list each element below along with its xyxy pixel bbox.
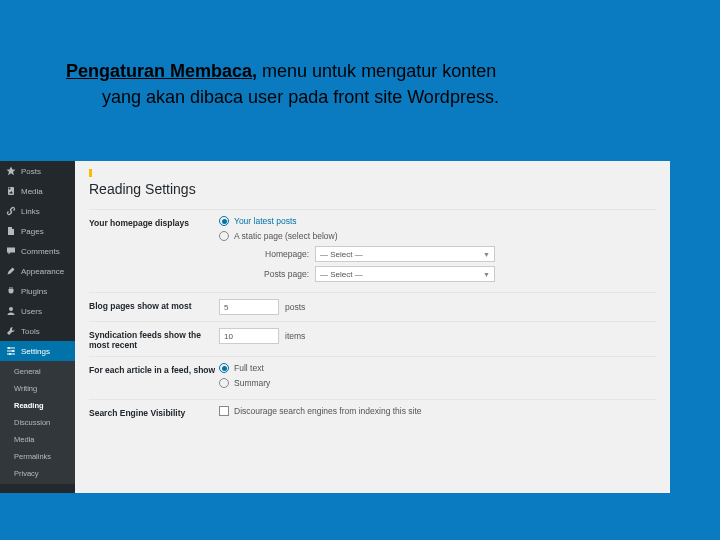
sidebar-item-plugins[interactable]: Plugins [0,281,75,301]
homepage-select-value: — Select — [320,250,363,259]
checkbox-discourage-search[interactable]: Discourage search engines from indexing … [219,406,656,416]
user-icon [6,306,16,316]
label-search-visibility: Search Engine Visibility [89,406,219,418]
svg-point-4 [12,350,14,352]
radio-icon [219,378,229,388]
posts-page-select[interactable]: — Select — ▼ [315,266,495,282]
sidebar-item-label: Links [21,207,69,216]
slide-title: Pengaturan Membaca, menu untuk mengatur … [66,58,656,110]
media-icon [6,186,16,196]
page-icon [6,226,16,236]
pin-icon [6,166,16,176]
chevron-down-icon: ▼ [483,271,490,278]
tool-icon [6,326,16,336]
blog-pages-unit: posts [285,302,305,312]
admin-sidebar: PostsMediaLinksPagesCommentsAppearancePl… [0,161,75,493]
sidebar-item-posts[interactable]: Posts [0,161,75,181]
row-syndication: Syndication feeds show the most recent 1… [89,321,656,356]
svg-point-3 [8,347,10,349]
page-title: Reading Settings [89,181,656,197]
submenu-item-general[interactable]: General [0,363,75,380]
homepage-select[interactable]: — Select — ▼ [315,246,495,262]
radio-label-summary: Summary [234,378,270,388]
posts-page-select-value: — Select — [320,270,363,279]
sidebar-item-media[interactable]: Media [0,181,75,201]
radio-summary[interactable]: Summary [219,378,656,388]
sidebar-item-settings[interactable]: Settings [0,341,75,361]
plugin-icon [6,286,16,296]
posts-page-select-label: Posts page: [249,269,309,279]
radio-label-full-text: Full text [234,363,264,373]
syndication-value: 10 [224,332,233,341]
sidebar-item-pages[interactable]: Pages [0,221,75,241]
sidebar-item-label: Appearance [21,267,69,276]
row-article-feed: For each article in a feed, show Full te… [89,356,656,399]
slide-title-rest: menu untuk mengatur konten [257,61,496,81]
sidebar-item-label: Pages [21,227,69,236]
sidebar-item-comments[interactable]: Comments [0,241,75,261]
radio-full-text[interactable]: Full text [219,363,656,373]
wordpress-admin-window: PostsMediaLinksPagesCommentsAppearancePl… [0,161,670,493]
checkbox-label-discourage: Discourage search engines from indexing … [234,406,422,416]
sidebar-item-users[interactable]: Users [0,301,75,321]
link-icon [6,206,16,216]
slide-title-line2: yang akan dibaca user pada front site Wo… [66,84,656,110]
label-syndication: Syndication feeds show the most recent [89,328,219,350]
sidebar-item-label: Users [21,307,69,316]
submenu-item-discussion[interactable]: Discussion [0,414,75,431]
submenu-item-media[interactable]: Media [0,431,75,448]
appearance-icon [6,266,16,276]
comment-icon [6,246,16,256]
sidebar-item-label: Media [21,187,69,196]
radio-label-static-page: A static page (select below) [234,231,337,241]
content-area: Reading Settings Your homepage displays … [75,161,670,493]
posts-page-select-row: Posts page: — Select — ▼ [249,266,656,282]
row-search-visibility: Search Engine Visibility Discourage sear… [89,399,656,427]
blog-pages-value: 5 [224,303,228,312]
sidebar-item-tools[interactable]: Tools [0,321,75,341]
sidebar-item-links[interactable]: Links [0,201,75,221]
radio-icon [219,216,229,226]
label-homepage-displays: Your homepage displays [89,216,219,228]
sidebar-item-label: Comments [21,247,69,256]
radio-label-latest-posts: Your latest posts [234,216,297,226]
radio-icon [219,231,229,241]
submenu-item-reading[interactable]: Reading [0,397,75,414]
syndication-input[interactable]: 10 [219,328,279,344]
chevron-down-icon: ▼ [483,251,490,258]
blog-pages-input[interactable]: 5 [219,299,279,315]
settings-submenu: GeneralWritingReadingDiscussionMediaPerm… [0,361,75,484]
sidebar-item-label: Posts [21,167,69,176]
radio-static-page[interactable]: A static page (select below) [219,231,656,241]
sidebar-item-label: Plugins [21,287,69,296]
svg-point-5 [9,353,11,355]
homepage-select-row: Homepage: — Select — ▼ [249,246,656,262]
submenu-item-permalinks[interactable]: Permalinks [0,448,75,465]
submenu-item-privacy[interactable]: Privacy [0,465,75,482]
sidebar-item-appearance[interactable]: Appearance [0,261,75,281]
slide-title-bold: Pengaturan Membaca, [66,61,257,81]
radio-icon [219,363,229,373]
settings-icon [6,346,16,356]
homepage-select-label: Homepage: [249,249,309,259]
label-article-feed: For each article in a feed, show [89,363,219,375]
radio-latest-posts[interactable]: Your latest posts [219,216,656,226]
syndication-unit: items [285,331,305,341]
label-blog-pages: Blog pages show at most [89,299,219,311]
checkbox-icon [219,406,229,416]
submenu-item-writing[interactable]: Writing [0,380,75,397]
row-homepage-displays: Your homepage displays Your latest posts… [89,209,656,292]
row-blog-pages: Blog pages show at most 5 posts [89,292,656,321]
notice-bar [89,169,656,177]
sidebar-item-label: Tools [21,327,69,336]
sidebar-item-label: Settings [21,347,69,356]
